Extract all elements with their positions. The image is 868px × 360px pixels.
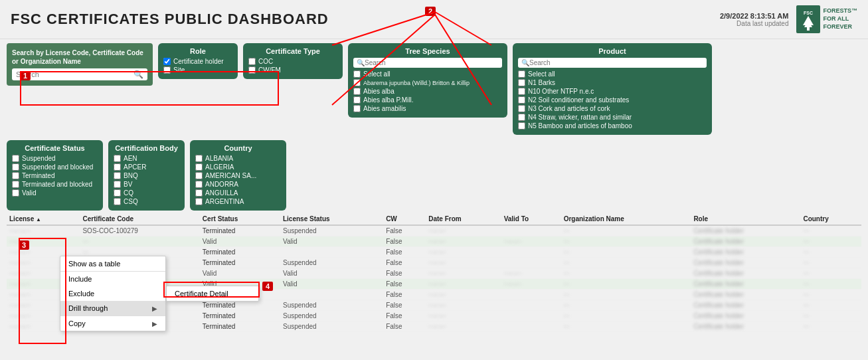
tree-species-option-2[interactable]: Abies alba P.Mill. bbox=[353, 96, 502, 104]
role-option-site[interactable]: Site bbox=[163, 66, 232, 74]
cert-type-cwfm[interactable]: CW/FM bbox=[248, 66, 337, 74]
cert-body-checkbox-cq[interactable] bbox=[114, 189, 121, 197]
cell-license-status: Suspended bbox=[280, 225, 383, 236]
tree-species-checkbox-0[interactable] bbox=[353, 79, 361, 86]
col-valid-to[interactable]: Valid To bbox=[501, 213, 561, 225]
product-checkbox-n10[interactable] bbox=[518, 88, 525, 95]
product-option-n2[interactable]: N2 Soil conditioner and substrates bbox=[518, 96, 707, 104]
cert-body-bv[interactable]: BV bbox=[114, 181, 179, 188]
product-checkbox-n5[interactable] bbox=[518, 122, 525, 130]
col-role[interactable]: Role bbox=[691, 213, 800, 225]
tree-species-search-row[interactable]: 🔍 bbox=[353, 58, 502, 68]
product-option-n10[interactable]: N10 Other NTFP n.e.c bbox=[518, 88, 707, 95]
cert-status-checkbox-suspended[interactable] bbox=[12, 155, 19, 162]
cell-org-name: ··· bbox=[561, 268, 691, 279]
cert-type-checkbox-coc[interactable] bbox=[248, 58, 256, 65]
country-argentina[interactable]: ARGENTINA bbox=[195, 198, 281, 205]
product-select-all[interactable]: Select all bbox=[518, 70, 707, 78]
context-menu-arrow-drill-through: ▶ bbox=[152, 305, 157, 312]
cert-status-valid[interactable]: Valid bbox=[12, 189, 98, 197]
cell-country: ··· bbox=[800, 236, 861, 247]
col-cw[interactable]: CW bbox=[383, 213, 426, 225]
product-checkbox-n3[interactable] bbox=[518, 105, 525, 112]
cert-status-checkbox-valid[interactable] bbox=[12, 189, 19, 197]
cert-body-apcer[interactable]: APCER bbox=[114, 163, 179, 171]
cert-type-label-coc: COC bbox=[258, 58, 273, 65]
country-checkbox-argentina[interactable] bbox=[195, 198, 203, 205]
tree-species-select-all[interactable]: Select all bbox=[353, 70, 502, 78]
country-checkbox-andorra[interactable] bbox=[195, 181, 203, 188]
context-menu-include[interactable]: Include bbox=[60, 271, 165, 286]
country-checkbox-albania[interactable] bbox=[195, 155, 203, 162]
col-country[interactable]: Country bbox=[800, 213, 861, 225]
context-menu-label-exclude: Exclude bbox=[68, 290, 94, 298]
submenu-cert-detail[interactable]: Certificate Detail bbox=[167, 286, 258, 301]
product-checkbox-n4[interactable] bbox=[518, 114, 525, 121]
col-date-from[interactable]: Date From bbox=[426, 213, 501, 225]
col-org-name[interactable]: Organization Name bbox=[561, 213, 691, 225]
cert-status-terminated[interactable]: Terminated bbox=[12, 172, 98, 179]
cert-body-cq[interactable]: CQ bbox=[114, 189, 179, 197]
cert-status-suspended[interactable]: Suspended bbox=[12, 155, 98, 162]
country-checkbox-american-sa[interactable] bbox=[195, 172, 203, 179]
cert-status-checkbox-terminated-blocked[interactable] bbox=[12, 181, 19, 188]
header: FSC CERTIFICATES PUBLIC DASHBOARD 2/9/20… bbox=[0, 0, 868, 39]
cert-body-checkbox-bv[interactable] bbox=[114, 181, 121, 188]
tree-species-option-1[interactable]: Abies alba bbox=[353, 88, 502, 95]
product-option-n4[interactable]: N4 Straw, wicker, rattan and similar bbox=[518, 114, 707, 121]
country-american-sa[interactable]: AMERICAN SA... bbox=[195, 172, 281, 179]
cert-body-checkbox-bnq[interactable] bbox=[114, 172, 121, 179]
product-checkbox-n1[interactable] bbox=[518, 79, 525, 86]
role-option-cert-holder[interactable]: Certificate holder bbox=[163, 58, 232, 65]
table-row[interactable]: ···-···-··· SOS-COC-100279 Terminated Su… bbox=[7, 225, 861, 236]
context-menu-show-as-table[interactable]: Show as a table bbox=[60, 256, 165, 271]
col-cert-code[interactable]: Certificate Code bbox=[80, 213, 199, 225]
context-menu-exclude[interactable]: Exclude bbox=[60, 286, 165, 301]
product-search-input[interactable] bbox=[529, 59, 703, 66]
context-menu-copy[interactable]: Copy ▶ bbox=[60, 315, 165, 331]
search-input-row[interactable]: 🔍 bbox=[12, 68, 147, 80]
role-checkbox-cert-holder[interactable] bbox=[163, 58, 171, 65]
cert-body-csq[interactable]: CSQ bbox=[114, 198, 179, 205]
cert-status-checkbox-terminated[interactable] bbox=[12, 172, 19, 179]
table-row[interactable]: ···-···-··· ··· Valid Valid False ···-··… bbox=[7, 236, 861, 247]
cert-type-checkbox-cwfm[interactable] bbox=[248, 66, 256, 74]
cert-type-coc[interactable]: COC bbox=[248, 58, 337, 65]
cell-org-name: ··· bbox=[561, 321, 691, 332]
cert-status-terminated-blocked[interactable]: Terminated and blocked bbox=[12, 181, 98, 188]
country-andorra[interactable]: ANDORRA bbox=[195, 181, 281, 188]
country-albania[interactable]: ALBANIA bbox=[195, 155, 281, 162]
cert-body-checkbox-csq[interactable] bbox=[114, 198, 121, 205]
cert-status-checkbox-suspended-blocked[interactable] bbox=[12, 163, 19, 171]
product-option-n1[interactable]: N1 Barks bbox=[518, 79, 707, 86]
product-search-row[interactable]: 🔍 bbox=[518, 58, 707, 68]
country-checkbox-algeria[interactable] bbox=[195, 163, 203, 171]
cert-body-checkbox-aen[interactable] bbox=[114, 155, 121, 162]
product-option-n5[interactable]: N5 Bamboo and articles of bamboo bbox=[518, 122, 707, 130]
tree-species-checkbox-3[interactable] bbox=[353, 105, 361, 112]
col-cert-status[interactable]: Cert Status bbox=[200, 213, 280, 225]
country-algeria[interactable]: ALGERIA bbox=[195, 163, 281, 171]
svg-rect-4 bbox=[807, 27, 810, 31]
product-option-n3[interactable]: N3 Cork and articles of cork bbox=[518, 105, 707, 112]
role-checkbox-site[interactable] bbox=[163, 66, 171, 74]
tree-species-option-3[interactable]: Abies amabilis bbox=[353, 105, 502, 112]
cert-body-aen[interactable]: AEN bbox=[114, 155, 179, 162]
cert-body-checkbox-apcer[interactable] bbox=[114, 163, 121, 171]
country-checkbox-anguilla[interactable] bbox=[195, 189, 203, 197]
product-checkbox-n2[interactable] bbox=[518, 96, 525, 104]
tree-species-checkbox-2[interactable] bbox=[353, 96, 361, 104]
tree-species-option-0[interactable]: Abarema jupunba (Willd.) Britton & Killi… bbox=[353, 79, 502, 86]
col-license-status[interactable]: License Status bbox=[280, 213, 383, 225]
tree-species-checkbox-all[interactable] bbox=[353, 70, 361, 78]
country-anguilla[interactable]: ANGUILLA bbox=[195, 189, 281, 197]
tree-species-search-input[interactable] bbox=[365, 59, 499, 66]
tree-species-checkbox-1[interactable] bbox=[353, 88, 361, 95]
cert-body-bnq[interactable]: BNQ bbox=[114, 172, 179, 179]
search-input[interactable] bbox=[16, 70, 133, 78]
cert-status-suspended-blocked[interactable]: Suspended and blocked bbox=[12, 163, 98, 171]
product-checkbox-all[interactable] bbox=[518, 70, 525, 78]
cell-valid-to bbox=[501, 247, 561, 258]
context-menu-drill-through[interactable]: Drill through ▶ bbox=[60, 301, 165, 315]
col-license[interactable]: License ▲ bbox=[7, 213, 80, 225]
